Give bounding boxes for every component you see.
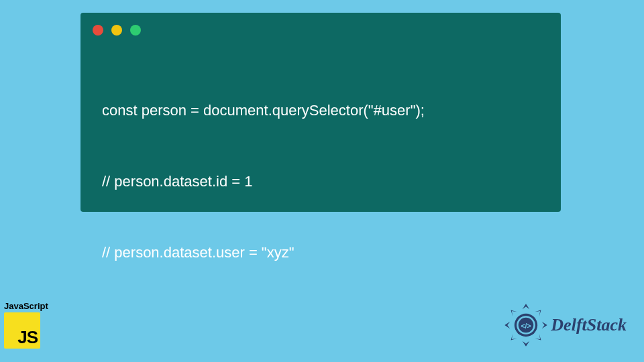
maximize-icon xyxy=(130,25,141,36)
code-line: // person.dataset.user = "xyz" xyxy=(102,241,547,264)
svg-marker-7 xyxy=(511,310,517,316)
code-body: const person = document.querySelector("#… xyxy=(102,52,547,362)
delftstack-logo-icon: </> xyxy=(504,303,548,347)
delftstack-brand: </> DelftStack xyxy=(504,303,627,347)
close-icon xyxy=(93,25,103,36)
svg-marker-5 xyxy=(535,334,541,340)
code-line: // person.dataset.id = 1 xyxy=(102,170,547,193)
code-line: const person = document.querySelector("#… xyxy=(102,99,547,122)
javascript-badge: JavaScript xyxy=(4,301,48,349)
code-blank-line xyxy=(102,311,547,326)
svg-text:</>: </> xyxy=(521,322,531,330)
svg-marker-4 xyxy=(535,310,541,316)
code-window: const person = document.querySelector("#… xyxy=(80,13,561,212)
svg-marker-2 xyxy=(523,341,530,347)
window-traffic-lights xyxy=(93,25,141,36)
javascript-logo-icon xyxy=(4,312,40,349)
svg-marker-0 xyxy=(523,304,530,309)
svg-marker-3 xyxy=(505,322,511,329)
minimize-icon xyxy=(111,25,122,36)
svg-marker-6 xyxy=(511,334,517,340)
javascript-label: JavaScript xyxy=(4,301,48,311)
delftstack-name: DelftStack xyxy=(551,315,627,335)
svg-marker-1 xyxy=(542,322,547,329)
